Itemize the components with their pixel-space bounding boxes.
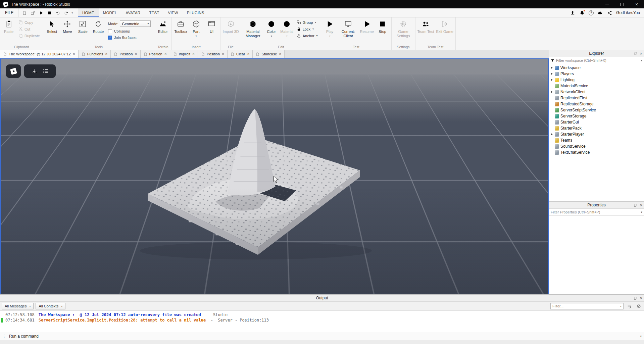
tree-item[interactable]: ServerScriptService xyxy=(549,107,644,113)
tree-item[interactable]: MaterialService xyxy=(549,83,644,89)
expand-arrow-icon[interactable] xyxy=(550,67,553,69)
tree-item[interactable]: StarterPlayer xyxy=(549,131,644,137)
ribbon-tab[interactable]: PLUGINS xyxy=(183,8,209,17)
color-button[interactable]: Color ▾ xyxy=(264,17,279,38)
close-tab-icon[interactable]: × xyxy=(73,52,75,56)
output-log-list[interactable]: 07:12:58.108 The Workspace : @ 12 Jul 20… xyxy=(0,311,644,332)
close-window-button[interactable]: × xyxy=(629,0,644,8)
qat-customize-chevron-icon[interactable]: ▾ xyxy=(70,11,74,14)
tree-item[interactable]: Workspace xyxy=(549,65,644,71)
scale-tool-button[interactable]: Scale xyxy=(75,17,91,34)
expand-arrow-icon[interactable] xyxy=(550,73,553,75)
anchor-button[interactable]: Anchor▾ xyxy=(295,33,319,38)
document-tab[interactable]: The Workspace: @ 12 Jul 2024 07:12 × xyxy=(0,50,79,58)
chevron-down-icon[interactable]: ▾ xyxy=(271,35,272,38)
output-header[interactable]: Output × xyxy=(0,295,644,302)
username-label[interactable]: GodLikesYou xyxy=(616,10,640,15)
tree-item[interactable]: ServerStorage xyxy=(549,113,644,119)
leaderboard-list-icon[interactable] xyxy=(43,68,49,74)
chevron-down-icon[interactable]: ▾ xyxy=(286,35,288,38)
toolbox-button[interactable]: Toolbox xyxy=(173,17,188,34)
duplicate-button[interactable]: Duplicate xyxy=(17,33,41,38)
tree-item[interactable]: ReplicatedFirst xyxy=(549,95,644,101)
chevron-down-icon[interactable]: ▾ xyxy=(316,35,318,37)
close-tab-icon[interactable]: × xyxy=(105,52,107,56)
close-panel-icon[interactable]: × xyxy=(640,296,642,301)
file-menu-button[interactable]: FILE xyxy=(0,8,18,17)
game-settings-button[interactable]: Game Settings xyxy=(393,17,414,38)
undo-icon[interactable] xyxy=(54,9,62,16)
terrain-editor-button[interactable]: Editor xyxy=(155,17,170,34)
tree-item[interactable]: Players xyxy=(549,71,644,77)
paste-button[interactable]: Paste xyxy=(1,17,16,34)
ribbon-tab[interactable]: TEST xyxy=(145,8,163,17)
explorer-header[interactable]: Explorer × xyxy=(549,50,644,57)
copy-button[interactable]: Copy xyxy=(17,20,41,25)
tree-item[interactable]: Teams xyxy=(549,137,644,143)
share-icon[interactable] xyxy=(607,10,612,16)
move-tool-button[interactable]: Move xyxy=(60,17,75,34)
team-test-button[interactable]: Team Test xyxy=(416,17,435,34)
close-tab-icon[interactable]: × xyxy=(192,52,195,56)
float-panel-icon[interactable] xyxy=(634,296,637,300)
float-panel-icon[interactable] xyxy=(634,52,637,55)
select-tool-button[interactable]: Select xyxy=(44,17,60,34)
expand-arrow-icon[interactable] xyxy=(550,133,553,135)
chevron-down-icon[interactable]: ▾ xyxy=(195,35,197,38)
all-messages-dropdown[interactable]: All Messages ▾ xyxy=(2,303,34,309)
viewport-3d[interactable] xyxy=(0,58,549,294)
exit-game-button[interactable]: Exit Game xyxy=(435,17,454,34)
chevron-down-icon[interactable]: ▾ xyxy=(641,210,642,214)
document-tab[interactable]: Staircase × xyxy=(253,50,285,58)
redo-icon[interactable] xyxy=(62,9,70,16)
help-icon[interactable]: ? xyxy=(589,10,594,15)
ribbon-tab[interactable]: VIEW xyxy=(164,8,183,17)
mode-dropdown[interactable]: Geometric ▾ xyxy=(120,20,151,27)
close-tab-icon[interactable]: × xyxy=(164,52,167,56)
lock-button[interactable]: Lock▾ xyxy=(295,27,319,32)
clear-output-icon[interactable] xyxy=(635,303,642,309)
chevron-down-icon[interactable]: ▾ xyxy=(315,21,316,24)
maximize-button[interactable] xyxy=(614,0,629,8)
tree-item[interactable]: SoundService xyxy=(549,143,644,149)
close-tab-icon[interactable]: × xyxy=(222,52,224,56)
join-surfaces-checkbox[interactable]: ✓ xyxy=(108,36,112,40)
drag-grip-icon[interactable]: ⋮ xyxy=(2,334,6,338)
expand-arrow-icon[interactable] xyxy=(550,91,553,93)
open-icon[interactable] xyxy=(29,9,37,16)
move-gizmo-icon[interactable] xyxy=(31,68,37,74)
properties-filter-input[interactable] xyxy=(551,210,639,214)
join-surfaces-checkbox-row[interactable]: ✓ Join Surfaces xyxy=(108,36,151,40)
close-panel-icon[interactable]: × xyxy=(640,203,642,208)
word-wrap-icon[interactable] xyxy=(626,303,633,309)
explorer-filter-input[interactable] xyxy=(556,58,639,62)
document-tab[interactable]: Clear × xyxy=(228,50,253,58)
resume-button[interactable]: Resume xyxy=(359,17,375,34)
play-quick-icon[interactable] xyxy=(37,9,45,16)
chevron-down-icon[interactable]: ▾ xyxy=(640,335,642,338)
chevron-down-icon[interactable]: ▾ xyxy=(620,305,622,308)
new-script-icon[interactable] xyxy=(20,9,28,16)
tree-item[interactable]: StarterPack xyxy=(549,125,644,131)
chevron-down-icon[interactable]: ▾ xyxy=(312,28,314,31)
collisions-checkbox-row[interactable]: Collisions xyxy=(108,29,151,33)
document-tab[interactable]: Position × xyxy=(141,50,170,58)
tree-item[interactable]: Lighting xyxy=(549,77,644,83)
close-tab-icon[interactable]: × xyxy=(247,52,249,56)
ribbon-tab[interactable]: MODEL xyxy=(99,8,121,17)
notifications-bell-icon[interactable] xyxy=(579,10,585,16)
close-panel-icon[interactable]: × xyxy=(640,51,642,56)
cloud-sync-icon[interactable] xyxy=(597,10,603,16)
explorer-tree[interactable]: Workspace Players Lighting xyxy=(549,64,644,201)
all-contexts-dropdown[interactable]: All Contexts ▾ xyxy=(36,303,65,309)
command-input[interactable] xyxy=(9,334,637,339)
publish-icon[interactable] xyxy=(570,10,576,16)
minimize-button[interactable] xyxy=(600,0,614,8)
tree-item[interactable]: ReplicatedStorage xyxy=(549,101,644,107)
stop-button[interactable]: Stop xyxy=(375,17,390,34)
document-tab[interactable]: Implicit × xyxy=(170,50,198,58)
close-tab-icon[interactable]: × xyxy=(135,52,137,56)
group-button[interactable]: Group▾ xyxy=(295,20,319,25)
cut-button[interactable]: Cut xyxy=(17,27,41,32)
rotate-tool-button[interactable]: Rotate xyxy=(91,17,106,34)
